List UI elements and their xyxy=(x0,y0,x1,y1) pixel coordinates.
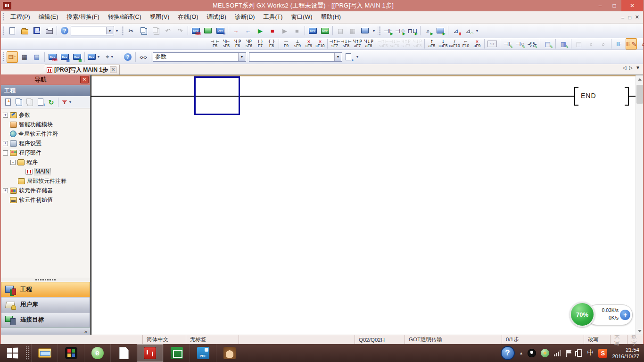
sogou-icon[interactable]: S xyxy=(598,349,607,358)
tree-item-device-initial[interactable]: 软元件初始值 xyxy=(1,195,90,205)
safety-ball-icon[interactable] xyxy=(541,349,549,357)
mdi-restore-button[interactable]: □ xyxy=(628,15,631,20)
open-branch-button[interactable]: Ч⊢sF5 xyxy=(221,39,232,49)
tree-item-program[interactable]: - 程序 xyxy=(1,157,90,167)
menu-view[interactable]: 视图(V) xyxy=(146,12,174,23)
help-tray-icon[interactable]: ? xyxy=(501,346,515,360)
binoculars-icon[interactable]: ⌔⌔ xyxy=(138,51,149,63)
toolbar-overflow-icon[interactable]: ▼ xyxy=(371,29,377,33)
document-gray-icon[interactable]: ▤ xyxy=(573,38,585,49)
start-button[interactable] xyxy=(0,344,25,362)
more-buttons-icon[interactable]: » xyxy=(84,329,87,334)
expander-icon[interactable]: - xyxy=(3,150,8,156)
menu-edit[interactable]: 编辑(E) xyxy=(34,12,63,23)
note-button[interactable]: ▦ xyxy=(347,25,358,36)
device-monitor-icon[interactable] xyxy=(202,25,214,36)
edit-contact-icon[interactable]: ⊣⊦✎ xyxy=(502,38,513,49)
expander-icon[interactable]: + xyxy=(3,141,8,146)
falling-branch-negated-button[interactable]: Ч↓РsaF8 xyxy=(412,39,423,49)
falling-pulse-branch-button[interactable]: Ч↓РaF8 xyxy=(363,39,374,49)
work-list-icon[interactable]: ▤ xyxy=(31,51,42,63)
new-document-button[interactable] xyxy=(7,25,18,36)
tab-close-icon[interactable]: ✕ xyxy=(110,66,116,73)
read-from-plc-button[interactable]: ← xyxy=(242,25,254,36)
module-configuration-icon[interactable]: ▦ xyxy=(19,51,30,63)
copy-button[interactable] xyxy=(138,25,149,36)
ladder-block-list-icon[interactable]: ⊪ xyxy=(613,38,625,49)
result-falling-pulse-button[interactable]: ↓caF5 xyxy=(438,39,449,49)
mdi-close-button[interactable]: ✕ xyxy=(635,14,639,20)
recent-combo[interactable]: ▼ xyxy=(71,26,114,35)
object-info-icon[interactable]: ℹ xyxy=(35,97,45,107)
device-verify-icon[interactable]: Dev⌗ xyxy=(215,25,226,36)
menu-project[interactable]: 工程(P) xyxy=(6,12,34,23)
ime-language-indicator[interactable]: 中 xyxy=(587,349,594,357)
hidden-icons-chevron[interactable]: ▲ xyxy=(520,351,523,355)
copy-object-icon[interactable] xyxy=(14,97,24,107)
menu-find-replace[interactable]: 搜索/替换(F) xyxy=(62,12,103,23)
tree-item-pou[interactable]: - 程序部件 xyxy=(1,148,90,157)
toolbar-overflow-icon[interactable]: ▼ xyxy=(474,29,480,33)
find-next-icon[interactable]: ⌕ xyxy=(598,38,609,49)
rising-pulse-button[interactable]: ⊣↑⊢sF7 xyxy=(329,39,340,49)
paste-button[interactable] xyxy=(150,25,161,36)
device-find-red-icon[interactable]: ⌕ xyxy=(638,38,644,49)
device-grid-icon[interactable]: Dev▦ xyxy=(71,51,83,63)
taskbar-pdf-reader[interactable]: PDF xyxy=(190,344,216,362)
taskbar-browser[interactable]: e xyxy=(84,344,110,362)
restore-button[interactable]: □ xyxy=(607,0,621,11)
nav-button-connection-destination[interactable]: 连接目标 xyxy=(1,312,90,327)
nav-button-user-library[interactable]: 用户库 xyxy=(1,297,90,312)
menu-diagnostics[interactable]: 诊断(D) xyxy=(231,12,259,23)
expander-icon[interactable]: - xyxy=(10,160,16,165)
open-contact-button[interactable]: ⊣ ⊢F5 xyxy=(209,39,221,49)
device-comment-edit-icon[interactable]: ▤✎ xyxy=(542,38,553,49)
horizontal-line-button[interactable]: —F9 xyxy=(281,39,292,49)
tab-list-icon[interactable]: ▼ xyxy=(636,65,640,70)
param-combo[interactable]: 参数▼ xyxy=(153,52,246,62)
memory-percent-badge[interactable]: 70% xyxy=(570,302,595,327)
menu-convert-compile[interactable]: 转换/编译(C) xyxy=(104,12,146,23)
chevron-down-icon[interactable]: ▼ xyxy=(334,53,341,61)
action-center-flag-icon[interactable] xyxy=(566,350,572,357)
speed-plus-button[interactable]: + xyxy=(620,310,630,320)
minimize-button[interactable]: – xyxy=(593,0,607,11)
device-display-dropdown[interactable]: Dev▼ xyxy=(87,51,102,63)
ladder-monitor-start-icon[interactable]: ⊣⊦▶ xyxy=(382,25,394,36)
chevron-down-icon[interactable]: ▼ xyxy=(106,27,113,34)
coil-button[interactable]: ( )F7 xyxy=(255,39,266,49)
invert-result-button[interactable]: ∕caF10 xyxy=(449,39,460,49)
navigation-close-icon[interactable]: ✕ xyxy=(80,76,89,83)
network-signal-icon[interactable] xyxy=(554,350,561,356)
scroll-down-icon[interactable] xyxy=(636,327,643,335)
taskbar-gx-simulator[interactable] xyxy=(163,344,190,362)
refresh-icon[interactable]: ↻ xyxy=(46,97,56,107)
closed-branch-button[interactable]: ЧРsF6 xyxy=(243,39,255,49)
monitor-stop-button[interactable]: ■ xyxy=(267,25,278,36)
taskbar-clock[interactable]: 21:54 2016/10/27 xyxy=(612,346,639,360)
open-project-button[interactable] xyxy=(19,25,30,36)
screen-monitor-button[interactable] xyxy=(359,25,371,36)
device-batch-monitor-icon[interactable]: Dev xyxy=(307,25,318,36)
comment-display-toggle[interactable]: ⊪✎ xyxy=(626,38,637,49)
device-write-icon[interactable]: Dev⌨ xyxy=(190,25,201,36)
nav-button-project[interactable]: 工程 xyxy=(1,282,90,297)
page-find-icon[interactable]: ⌕ xyxy=(343,51,354,63)
watch-start-icon[interactable]: ⊿▮ xyxy=(450,25,462,36)
ime-keyboard-icon[interactable] xyxy=(577,349,582,357)
taskbar-explorer[interactable] xyxy=(31,344,58,362)
edit-coil-icon[interactable]: ⊣○✎ xyxy=(514,38,526,49)
tab-prev-icon[interactable]: ◁ xyxy=(623,65,627,70)
device-table-icon[interactable]: Dev▦ xyxy=(59,51,70,63)
find-monitor-icon[interactable]: ⌕▶ xyxy=(422,25,434,36)
chevron-down-icon[interactable]: ▼ xyxy=(238,53,245,61)
cut-button[interactable]: ✂ xyxy=(125,25,137,36)
toolbar-overflow-icon[interactable]: ▼ xyxy=(355,55,360,58)
device-comment-icon[interactable]: Dev⌨ xyxy=(47,51,58,63)
taskbar-notepad[interactable] xyxy=(110,344,137,362)
result-rising-pulse-button[interactable]: ↑aF5 xyxy=(426,39,438,49)
cross-reference-dropdown[interactable]: ⌖▼ xyxy=(103,51,118,63)
navigation-toggle-button[interactable]: ⊟⊦ xyxy=(7,51,18,63)
edit-branch-icon[interactable]: ⊰⊱✎ xyxy=(527,38,538,49)
tree-item-program-setting[interactable]: + 程序设置 xyxy=(1,139,90,148)
